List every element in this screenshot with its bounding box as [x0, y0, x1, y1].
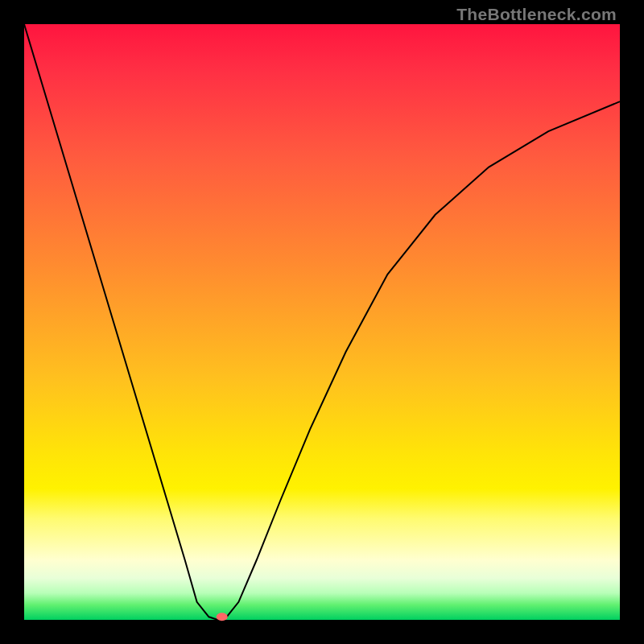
valley-marker: [217, 613, 228, 621]
plot-area: [24, 24, 620, 620]
curve-layer: [24, 24, 620, 620]
watermark-text: TheBottleneck.com: [456, 5, 617, 24]
bottleneck-curve: [24, 24, 620, 620]
chart-frame: TheBottleneck.com: [0, 0, 644, 644]
